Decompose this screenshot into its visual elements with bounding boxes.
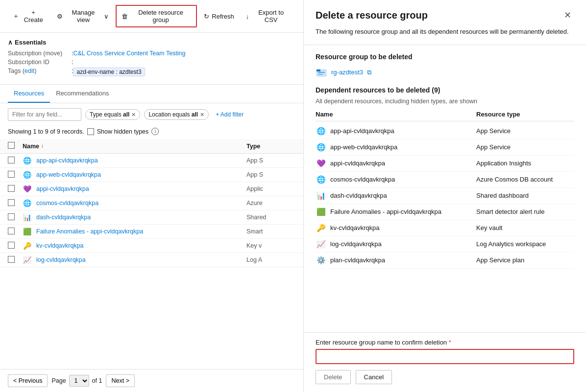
row-resource-icon: 📈 (23, 255, 31, 264)
row-checkbox[interactable] (8, 171, 15, 178)
page-dropdown[interactable]: 1 (69, 375, 89, 387)
essentials-section: ∧ Essentials Subscription (move) : C&L C… (0, 33, 303, 85)
tags-edit-link[interactable]: edit (24, 68, 34, 74)
dep-resource-name: app-api-cvldqavkrqkpa (330, 127, 476, 135)
dep-resource-name: dash-cvldqavkrqkpa (330, 192, 476, 199)
chevron-up-icon: ∧ (8, 39, 13, 46)
required-star: * (449, 339, 451, 346)
resources-table: Name ↕ Type 🌐 app-api-cvldqavkrqkpa App … (0, 139, 303, 369)
info-icon[interactable]: i (151, 128, 159, 135)
dependent-rows-container: 🌐 app-api-cvldqavkrqkpa App Service 🌐 ap… (316, 123, 574, 269)
tags-value: azd-env-name : azdtest3 (73, 68, 145, 76)
toolbar: ＋ + Create ⚙ Manage view ∨ 🗑 Delete reso… (0, 0, 303, 33)
svg-rect-1 (317, 69, 320, 71)
name-column-header[interactable]: Name ↕ (23, 143, 246, 150)
row-type: Applic (246, 185, 295, 192)
type-filter-chip[interactable]: Type equals all ✕ (85, 109, 140, 120)
table-row: 📈 log-cvldqavkrqkpa Log A (0, 253, 303, 267)
dep-resource-row: 📈 log-cvldqavkrqkpa Log Analytics worksp… (316, 236, 574, 253)
subscription-id-label: Subscription ID (8, 59, 72, 66)
dep-resource-icon: 📊 (316, 190, 326, 201)
dep-resource-type: App Service (476, 127, 574, 135)
row-name[interactable]: app-web-cvldqavkrqkpa (36, 171, 246, 178)
row-checkbox[interactable] (8, 228, 15, 234)
row-checkbox-col (8, 242, 23, 250)
page-of: of 1 (92, 377, 102, 384)
tab-resources[interactable]: Resources (8, 85, 50, 103)
row-checkbox[interactable] (8, 256, 15, 263)
location-filter-close-icon[interactable]: ✕ (200, 112, 204, 118)
dep-resource-type: Key vault (476, 224, 574, 231)
subscription-value[interactable]: C&L Cross Service Content Team Testing (73, 50, 185, 57)
dep-resource-row: 🔑 kv-cvldqavkrqkpa Key vault (316, 220, 574, 236)
row-checkbox[interactable] (8, 242, 15, 249)
add-filter-button[interactable]: + Add filter (213, 109, 246, 120)
row-checkbox[interactable] (8, 213, 15, 220)
row-checkbox-col (8, 157, 23, 165)
dep-resource-icon: 🌐 (316, 142, 326, 153)
row-type: Azure (246, 200, 295, 207)
select-all-checkbox[interactable] (8, 142, 15, 149)
row-name[interactable]: log-cvldqavkrqkpa (36, 256, 246, 263)
create-button[interactable]: ＋ + Create (8, 6, 50, 26)
row-checkbox[interactable] (8, 199, 15, 206)
location-filter-chip[interactable]: Location equals all ✕ (144, 109, 209, 120)
close-dialog-button[interactable]: ✕ (561, 10, 574, 21)
dep-resource-name: kv-cvldqavkrqkpa (330, 224, 476, 231)
tab-recommendations[interactable]: Recommendations (50, 85, 115, 103)
header-checkbox-col (8, 142, 23, 150)
show-hidden-checkbox[interactable] (87, 128, 94, 135)
type-filter-close-icon[interactable]: ✕ (131, 112, 136, 118)
row-type: Log A (246, 256, 295, 263)
row-name-col: 📊 dash-cvldqavkrqkpa (23, 213, 246, 222)
next-button[interactable]: Next > (106, 374, 134, 387)
dep-resource-type: Application Insights (476, 160, 574, 167)
delete-resource-group-button[interactable]: 🗑 Delete resource group (116, 5, 197, 27)
row-type: App S (246, 171, 295, 178)
dep-resource-icon: 📈 (316, 239, 326, 250)
refresh-button[interactable]: ↻ Refresh (199, 10, 239, 23)
name-header-label: Name (23, 143, 39, 150)
confirm-input[interactable] (317, 350, 573, 363)
row-name-col: 🌐 cosmos-cvldqavkrqkpa (23, 199, 246, 208)
create-label: + Create (22, 9, 45, 23)
row-type: Shared (246, 214, 295, 221)
delete-dialog: Delete a resource group ✕ The following … (304, 0, 586, 392)
table-header: Name ↕ Type (0, 139, 303, 154)
download-icon: ↓ (246, 13, 249, 20)
gear-icon: ⚙ (57, 13, 63, 20)
copy-icon[interactable]: ⧉ (367, 69, 371, 76)
previous-button[interactable]: < Previous (8, 374, 48, 387)
row-checkbox[interactable] (8, 185, 15, 192)
dependent-heading: Dependent resources to be deleted (9) (316, 86, 574, 94)
sort-icon: ↕ (41, 143, 44, 149)
row-name[interactable]: dash-cvldqavkrqkpa (36, 214, 246, 221)
subscription-label: Subscription (move) (8, 50, 72, 57)
row-checkbox-col (8, 213, 23, 222)
footer-buttons: Delete Cancel (316, 370, 574, 384)
dep-resource-type: App Service plan (476, 256, 574, 264)
essentials-subscription-row: Subscription (move) : C&L Cross Service … (8, 50, 295, 57)
delete-confirm-button[interactable]: Delete (316, 370, 351, 384)
manage-view-button[interactable]: ⚙ Manage view ∨ (52, 6, 114, 26)
dep-resource-type: Shared dashboard (476, 192, 574, 199)
row-name-col: 🔑 kv-cvldqavkrqkpa (23, 241, 246, 250)
row-name[interactable]: appi-cvldqavkrqkpa (36, 185, 246, 192)
confirm-input-wrapper (316, 349, 574, 364)
tags-label: Tags (edit) (8, 68, 72, 76)
row-name[interactable]: app-api-cvldqavkrqkpa (36, 157, 246, 164)
dialog-title: Delete a resource group (316, 10, 428, 21)
export-csv-button[interactable]: ↓ Export to CSV (241, 6, 295, 26)
table-rows-container: 🌐 app-api-cvldqavkrqkpa App S 🌐 app-web-… (0, 154, 303, 267)
cancel-button[interactable]: Cancel (356, 370, 392, 384)
filter-bar: Type equals all ✕ Location equals all ✕ … (0, 103, 303, 126)
filter-input[interactable] (8, 108, 81, 121)
row-name[interactable]: cosmos-cvldqavkrqkpa (36, 200, 246, 207)
export-label: Export to CSV (251, 9, 291, 23)
row-checkbox[interactable] (8, 157, 15, 163)
subscription-id-colon: : (72, 59, 73, 66)
show-hidden-row: Showing 1 to 9 of 9 records. Show hidden… (0, 126, 303, 139)
row-name[interactable]: kv-cvldqavkrqkpa (36, 242, 246, 249)
row-type: Smart (246, 228, 295, 235)
row-name[interactable]: Failure Anomalies - appi-cvldqavkrqkpa (36, 228, 246, 235)
